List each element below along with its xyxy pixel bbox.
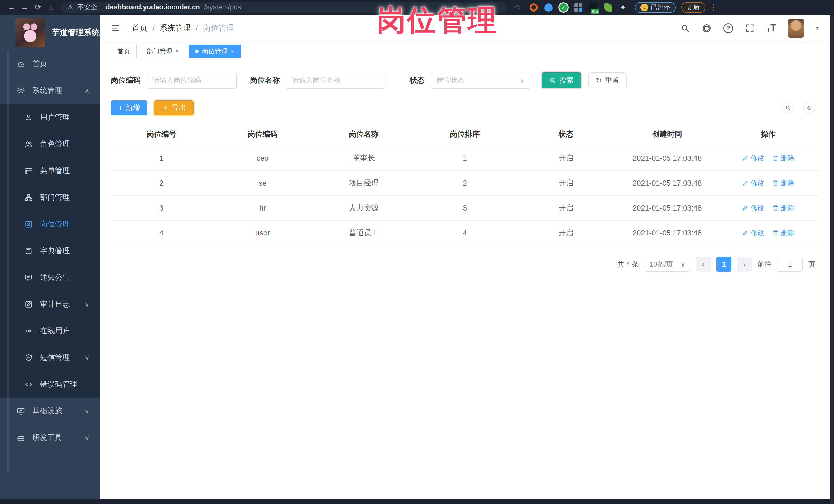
sidebar-item-menu-mgmt[interactable]: 菜单管理	[0, 157, 100, 184]
sidebar-item-label: 审计日志	[40, 299, 70, 309]
sidebar-item-devtools[interactable]: 研发工具 ∨	[0, 424, 100, 451]
extension-sprout-icon[interactable]	[604, 3, 612, 12]
sidebar-item-label: 通知公告	[40, 272, 70, 283]
update-chip[interactable]: 更新	[681, 2, 705, 13]
extension-pin-icon[interactable]	[545, 3, 553, 12]
forward-icon[interactable]: →	[18, 3, 31, 12]
add-button[interactable]: + 新增	[111, 101, 147, 115]
table-row[interactable]: 3 hr 人力资源 3 开启 2021-01-05 17:03:48 修改 删除	[111, 196, 819, 221]
font-size-icon[interactable]: TT	[767, 23, 776, 34]
browser-menu-icon[interactable]: ⋮	[709, 3, 718, 12]
edit-link[interactable]: 修改	[742, 228, 764, 238]
extension-dark-icon[interactable]: 6m	[589, 3, 597, 12]
extensions-row: ✓ 6m ✦	[530, 3, 627, 12]
security-label: 不安全	[77, 3, 97, 12]
cell-name: 董事长	[313, 153, 414, 163]
bookmark-star-icon[interactable]: ☆	[514, 3, 521, 12]
page-size-select[interactable]: 10条/页 ∨	[644, 257, 690, 272]
sidebar-item-online-users[interactable]: 在线用户	[0, 317, 100, 344]
table-header-row: 岗位编号 岗位编码 岗位名称 岗位排序 状态 创建时间 操作	[111, 125, 819, 146]
sidebar-item-system[interactable]: 系统管理 ∧	[0, 77, 100, 104]
post-name-input[interactable]	[286, 72, 385, 89]
sidebar-item-dict-mgmt[interactable]: 字典管理	[0, 238, 100, 264]
tab-home[interactable]: 首页	[111, 45, 136, 58]
extensions-puzzle-icon[interactable]: ✦	[619, 3, 627, 12]
shield-icon	[24, 353, 34, 362]
post-code-input[interactable]	[147, 72, 237, 89]
reset-button[interactable]: ↻ 重置	[588, 72, 627, 88]
chevron-down-icon: ∨	[85, 354, 89, 361]
edit-link[interactable]: 修改	[742, 178, 764, 188]
next-page-button[interactable]: ›	[737, 257, 752, 272]
logo-row[interactable]: 芋道管理系统	[0, 15, 100, 50]
sidebar-item-dept-mgmt[interactable]: 部门管理	[0, 184, 100, 211]
sidebar-item-notice[interactable]: 通知公告	[0, 264, 100, 291]
fullscreen-icon[interactable]	[745, 23, 755, 33]
sidebar-item-home[interactable]: 首页	[0, 50, 100, 77]
status-select[interactable]: 岗位状态 ∨	[431, 72, 530, 89]
tab-post-mgmt[interactable]: 岗位管理 ×	[189, 45, 240, 58]
breadcrumb-current: 岗位管理	[203, 23, 234, 34]
search-button[interactable]: 搜索	[542, 72, 581, 88]
delete-link[interactable]: 删除	[772, 203, 794, 213]
screen: ← → ⟳ ⌂ ⚠ 不安全 dashboard.yudao.iocoder.cn…	[0, 0, 834, 504]
back-icon[interactable]: ←	[5, 3, 18, 12]
github-icon[interactable]	[702, 23, 711, 33]
sidebar-item-errcode-mgmt[interactable]: 错误码管理	[0, 371, 100, 398]
sidebar-item-label: 研发工具	[32, 433, 62, 443]
main-area: 首页 / 系统管理 / 岗位管理 ?	[100, 15, 830, 499]
sidebar-item-label: 错误码管理	[40, 379, 77, 390]
close-icon[interactable]: ×	[175, 48, 179, 55]
page-size-value: 10条/页	[650, 260, 673, 269]
close-icon[interactable]: ×	[231, 48, 234, 55]
user-avatar[interactable]	[788, 19, 804, 38]
breadcrumb-home[interactable]: 首页	[132, 23, 147, 34]
extension-check-icon[interactable]: ✓	[559, 3, 568, 12]
chevron-down-icon: ∨	[85, 301, 89, 308]
tab-dept-mgmt[interactable]: 部门管理 ×	[140, 45, 185, 58]
sidebar-item-audit-log[interactable]: 审计日志 ∨	[0, 291, 100, 317]
export-button[interactable]: 导出	[154, 101, 194, 115]
paused-chip[interactable]: ☺ 已暂停	[635, 2, 676, 13]
sidebar-item-label: 部门管理	[40, 192, 70, 202]
delete-link[interactable]: 删除	[772, 178, 794, 188]
extension-donut-icon[interactable]	[530, 3, 538, 12]
prev-page-button[interactable]: ‹	[696, 257, 711, 272]
home-icon[interactable]: ⌂	[45, 3, 58, 12]
hamburger-icon[interactable]	[111, 23, 120, 33]
reload-icon[interactable]: ⟳	[31, 3, 45, 12]
sidebar-item-post-mgmt[interactable]: 岗位管理	[0, 211, 100, 238]
status-select-placeholder: 岗位状态	[437, 76, 464, 85]
delete-link[interactable]: 删除	[772, 228, 794, 238]
page-1-button[interactable]: 1	[717, 257, 731, 272]
cell-actions: 修改 删除	[718, 154, 819, 163]
extension-grid-icon[interactable]	[574, 3, 583, 12]
search-icon[interactable]	[680, 23, 690, 33]
sidebar-item-infra[interactable]: 基础设施 ∨	[0, 398, 100, 424]
breadcrumb-system[interactable]: 系统管理	[160, 23, 191, 34]
app-title: 芋道管理系统	[52, 27, 100, 38]
goto-page-input[interactable]	[777, 257, 803, 272]
table-row[interactable]: 1 ceo 董事长 1 开启 2021-01-05 17:03:48 修改 删除	[111, 146, 819, 171]
cell-actions: 修改 删除	[718, 178, 819, 188]
toolbox-icon	[16, 434, 26, 442]
table-row[interactable]: 2 se 项目经理 2 开启 2021-01-05 17:03:48 修改 删除	[111, 171, 819, 196]
table-row[interactable]: 4 user 普通员工 4 开启 2021-01-05 17:03:48 修改 …	[111, 221, 819, 245]
right-scroll-strip[interactable]	[830, 15, 834, 504]
edit-link[interactable]: 修改	[742, 203, 764, 213]
cell-created: 2021-01-05 17:03:48	[617, 204, 718, 212]
filter-form: 岗位编码 岗位名称 状态 岗位状态 ∨ 搜索 ↻ 重置	[111, 72, 819, 89]
help-icon[interactable]: ?	[723, 23, 733, 33]
sidebar-item-sms-mgmt[interactable]: 短信管理 ∨	[0, 344, 100, 371]
edit-link[interactable]: 修改	[742, 154, 764, 163]
column-header: 岗位排序	[414, 125, 515, 146]
sidebar-item-role-mgmt[interactable]: 角色管理	[0, 131, 100, 157]
cell-name: 普通员工	[313, 228, 414, 238]
toggle-search-button[interactable]	[782, 102, 794, 114]
chevron-up-icon: ∧	[85, 87, 89, 94]
caret-down-icon[interactable]: ▾	[816, 25, 819, 32]
delete-link[interactable]: 删除	[772, 154, 794, 163]
sidebar-item-user-mgmt[interactable]: 用户管理	[0, 104, 100, 131]
refresh-table-button[interactable]: ↻	[803, 102, 815, 114]
sidebar-item-label: 岗位管理	[40, 219, 70, 229]
